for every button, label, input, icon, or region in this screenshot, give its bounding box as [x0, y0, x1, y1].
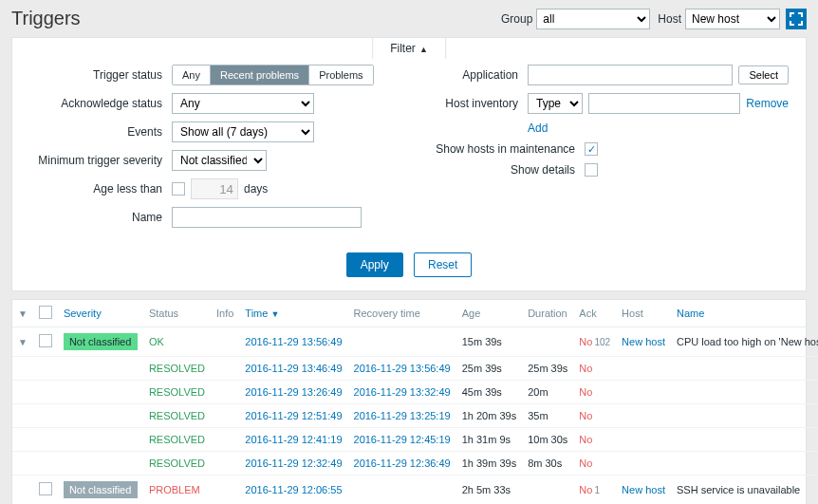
recovery-link[interactable]: 2016-11-29 13:32:49	[354, 386, 451, 398]
details-checkbox[interactable]	[585, 163, 598, 177]
ack-status-label: Acknowledge status	[29, 97, 172, 110]
host-label: Host	[658, 12, 681, 26]
trigger-name-cell	[671, 404, 818, 428]
time-link[interactable]: 2016-11-29 13:56:49	[245, 336, 342, 347]
ack-link[interactable]: No	[579, 336, 592, 347]
fullscreen-button[interactable]	[786, 9, 807, 29]
events-select[interactable]: Show all (7 days)	[172, 121, 314, 142]
col-host: Host	[616, 300, 671, 327]
age-cell: 15m 39s	[456, 327, 522, 357]
table-row: RESOLVED2016-11-29 13:46:492016-11-29 13…	[12, 357, 818, 381]
expand-row-toggle[interactable]: ▼	[18, 337, 28, 347]
age-cell: 1h 31m 9s	[456, 428, 522, 452]
sort-desc-icon: ▼	[270, 309, 279, 319]
time-link[interactable]: 2016-11-29 13:46:49	[245, 363, 342, 374]
status-text: RESOLVED	[149, 363, 205, 374]
hostinv-add-link[interactable]: Add	[528, 121, 548, 135]
col-severity[interactable]: Severity	[58, 300, 143, 327]
col-ack: Ack	[573, 300, 616, 327]
min-sev-select[interactable]: Not classified	[172, 150, 267, 171]
table-row: Not classifiedPROBLEM2016-11-29 12:06:55…	[12, 476, 818, 505]
ack-link[interactable]: No	[579, 434, 592, 445]
duration-cell: 8m 30s	[522, 452, 573, 476]
col-recovery: Recovery time	[348, 300, 456, 327]
col-status: Status	[143, 300, 211, 327]
row-checkbox[interactable]	[39, 334, 52, 347]
trigger-status-segmented[interactable]: Any Recent problems Problems	[172, 65, 374, 85]
page-title: Triggers	[11, 8, 493, 29]
age-checkbox[interactable]	[172, 182, 185, 196]
min-sev-label: Minimum trigger severity	[29, 154, 172, 167]
table-row: ▼Not classifiedOK2016-11-29 13:56:4915m …	[12, 327, 818, 357]
triggers-table: ▼ Severity Status Info Time ▼ Recovery t…	[11, 299, 807, 504]
time-link[interactable]: 2016-11-29 12:32:49	[245, 457, 342, 469]
age-cell: 1h 39m 39s	[456, 452, 522, 476]
ack-count: 1	[594, 485, 600, 495]
duration-cell: 20m	[522, 381, 573, 404]
status-text: RESOLVED	[149, 457, 205, 469]
age-days-input[interactable]	[191, 178, 238, 199]
time-link[interactable]: 2016-11-29 13:26:49	[245, 386, 342, 398]
status-text: PROBLEM	[149, 484, 200, 495]
ack-link[interactable]: No	[579, 363, 592, 374]
col-duration: Duration	[522, 300, 573, 327]
host-select[interactable]: New host	[685, 9, 780, 29]
trigger-name-cell	[671, 381, 818, 404]
time-link[interactable]: 2016-11-29 12:51:49	[245, 410, 342, 421]
col-name[interactable]: Name	[671, 300, 818, 327]
application-select-button[interactable]: Select	[738, 65, 789, 84]
reset-button[interactable]: Reset	[414, 252, 472, 277]
trigger-name-cell: SSH service is unavailable	[671, 476, 818, 505]
filter-toggle[interactable]: Filter▲	[372, 37, 446, 59]
age-unit: days	[244, 182, 268, 196]
application-input[interactable]	[528, 65, 733, 85]
group-select[interactable]: all	[536, 9, 650, 29]
hostinv-value-input[interactable]	[588, 93, 740, 114]
hostinv-label: Host inventory	[423, 97, 528, 110]
ack-status-select[interactable]: Any	[172, 93, 314, 114]
group-label: Group	[501, 12, 532, 26]
maint-checkbox[interactable]	[585, 142, 598, 156]
ack-link[interactable]: No	[579, 484, 592, 495]
status-text: RESOLVED	[149, 434, 205, 445]
trigger-status-label: Trigger status	[29, 68, 172, 82]
col-time[interactable]: Time ▼	[239, 300, 347, 327]
hostinv-type-select[interactable]: Type	[528, 93, 583, 114]
trigger-name-cell	[671, 357, 818, 381]
recovery-link[interactable]: 2016-11-29 13:25:19	[354, 410, 451, 421]
apply-button[interactable]: Apply	[346, 252, 403, 277]
host-link[interactable]: New host	[622, 484, 665, 495]
duration-cell: 35m	[522, 404, 573, 428]
recovery-link[interactable]: 2016-11-29 12:45:19	[354, 434, 451, 445]
table-row: RESOLVED2016-11-29 12:51:492016-11-29 13…	[12, 404, 818, 428]
time-link[interactable]: 2016-11-29 12:06:55	[245, 484, 342, 495]
age-cell: 25m 39s	[456, 357, 522, 381]
expand-all-toggle[interactable]: ▼	[18, 308, 28, 319]
ts-recent[interactable]: Recent problems	[211, 65, 309, 84]
trigger-name-cell: CPU load too high on 'New host' for 3 mi…	[671, 327, 818, 357]
name-label: Name	[29, 211, 172, 224]
severity-badge: Not classified	[64, 333, 138, 350]
recovery-link[interactable]: 2016-11-29 12:36:49	[354, 457, 451, 469]
row-checkbox[interactable]	[39, 482, 52, 495]
ack-link[interactable]: No	[579, 457, 592, 469]
table-row: RESOLVED2016-11-29 13:26:492016-11-29 13…	[12, 381, 818, 404]
time-link[interactable]: 2016-11-29 12:41:19	[245, 434, 342, 445]
ts-problems[interactable]: Problems	[309, 65, 372, 84]
application-label: Application	[423, 68, 528, 82]
host-link[interactable]: New host	[622, 336, 665, 347]
age-label: Age less than	[29, 182, 172, 196]
table-row: RESOLVED2016-11-29 12:32:492016-11-29 12…	[12, 452, 818, 476]
ack-link[interactable]: No	[579, 386, 592, 398]
fullscreen-icon	[790, 12, 803, 26]
duration-cell: 25m 39s	[522, 357, 573, 381]
status-text: OK	[149, 336, 164, 347]
ack-link[interactable]: No	[579, 410, 592, 421]
recovery-link[interactable]: 2016-11-29 13:56:49	[354, 363, 451, 374]
ts-any[interactable]: Any	[173, 65, 211, 84]
page-header: Triggers Group all Host New host	[0, 0, 818, 37]
select-all-checkbox[interactable]	[39, 306, 52, 319]
col-age: Age	[456, 300, 522, 327]
hostinv-remove-link[interactable]: Remove	[746, 97, 789, 110]
name-input[interactable]	[172, 207, 362, 228]
